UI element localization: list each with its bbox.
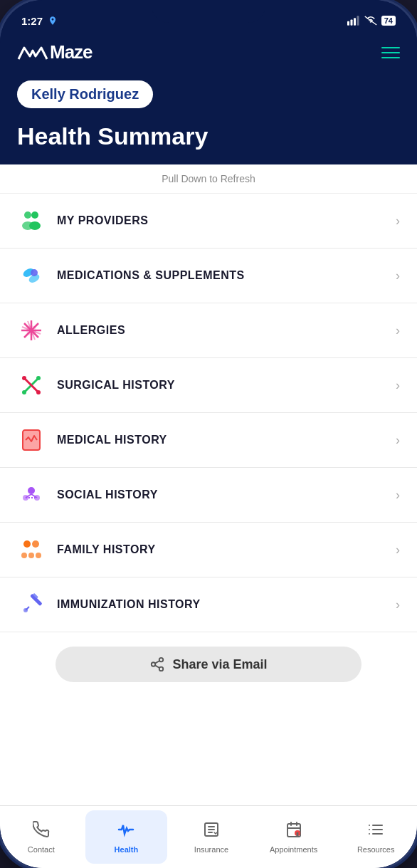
phone-shell: 1:27 74	[0, 0, 417, 868]
svg-point-33	[32, 540, 39, 548]
medical-label: MEDICAL HISTORY	[57, 434, 396, 446]
share-email-button[interactable]: Share via Email	[56, 647, 361, 682]
svg-rect-2	[354, 18, 356, 26]
svg-point-18	[29, 328, 33, 333]
appointments-nav-label: Appointments	[270, 845, 317, 854]
pull-refresh-hint: Pull Down to Refresh	[0, 164, 417, 194]
svg-text:!: !	[297, 832, 298, 837]
medications-chevron: ›	[396, 268, 400, 283]
svg-line-44	[155, 665, 159, 668]
svg-point-5	[31, 211, 38, 219]
immunization-icon	[17, 590, 46, 619]
medical-icon	[17, 426, 46, 454]
edit-square-icon	[203, 821, 220, 842]
user-section: Kelly Rodriguez	[0, 75, 417, 120]
menu-item-surgical[interactable]: SURGICAL HISTORY ›	[0, 358, 417, 413]
social-label: SOCIAL HISTORY	[57, 488, 396, 501]
nav-item-appointments[interactable]: ! Appointments	[253, 806, 335, 868]
phone-icon	[33, 821, 50, 842]
family-label: FAMILY HISTORY	[57, 543, 396, 556]
family-chevron: ›	[396, 543, 400, 558]
svg-point-41	[159, 658, 164, 662]
svg-point-24	[36, 390, 41, 394]
surgical-chevron: ›	[396, 378, 400, 393]
nav-item-resources[interactable]: Resources	[334, 806, 417, 868]
svg-point-4	[24, 211, 31, 219]
medications-icon	[17, 261, 46, 290]
share-section: Share via Email	[0, 632, 417, 694]
svg-point-32	[23, 540, 31, 548]
social-icon	[17, 481, 46, 509]
svg-point-23	[36, 376, 41, 380]
notch	[152, 0, 265, 23]
svg-point-26	[28, 487, 35, 494]
menu-item-medical[interactable]: MEDICAL HISTORY ›	[0, 413, 417, 468]
menu-list: MY PROVIDERS › MEDICATIONS & SUPPLE	[0, 194, 417, 632]
providers-icon	[17, 206, 46, 235]
svg-rect-1	[350, 20, 352, 26]
family-icon	[17, 535, 46, 564]
svg-point-7	[29, 221, 41, 230]
menu-item-immunization[interactable]: IMMUNIZATION HISTORY ›	[0, 577, 417, 632]
svg-point-21	[22, 390, 26, 394]
heartbeat-icon	[117, 821, 134, 842]
svg-point-35	[28, 553, 34, 558]
svg-rect-3	[357, 16, 359, 26]
resources-nav-label: Resources	[357, 845, 395, 854]
battery-display: 74	[381, 16, 396, 26]
surgical-icon	[17, 371, 46, 399]
status-time: 1:27	[21, 15, 58, 27]
providers-label: MY PROVIDERS	[57, 214, 396, 227]
share-label: Share via Email	[172, 657, 267, 672]
immunization-label: IMMUNIZATION HISTORY	[57, 598, 396, 611]
status-indicators: 74	[347, 16, 396, 26]
allergies-label: ALLERGIES	[57, 324, 396, 337]
allergies-chevron: ›	[396, 323, 400, 338]
svg-point-34	[21, 553, 27, 558]
menu-item-social[interactable]: SOCIAL HISTORY ›	[0, 468, 417, 523]
health-nav-label: Health	[115, 845, 139, 854]
medications-label: MEDICATIONS & SUPPLEMENTS	[57, 269, 396, 282]
svg-point-42	[152, 662, 156, 666]
calendar-badge-icon: !	[285, 821, 302, 842]
logo: Maze	[17, 41, 93, 63]
svg-line-45	[155, 661, 159, 664]
providers-chevron: ›	[396, 214, 400, 229]
bottom-nav: Contact Health	[0, 805, 417, 868]
time-display: 1:27	[21, 15, 43, 27]
scrollable-content[interactable]: Pull Down to Refresh MY PROVIDE	[0, 164, 417, 805]
menu-item-medications[interactable]: MEDICATIONS & SUPPLEMENTS ›	[0, 249, 417, 303]
surgical-label: SURGICAL HISTORY	[57, 379, 396, 392]
menu-item-allergies[interactable]: ALLERGIES ›	[0, 303, 417, 358]
page-title-area: Health Summary	[0, 120, 417, 164]
nav-item-health[interactable]: Health	[85, 810, 168, 864]
page-title: Health Summary	[17, 122, 400, 150]
menu-item-providers[interactable]: MY PROVIDERS ›	[0, 194, 417, 249]
svg-point-36	[36, 553, 41, 558]
logo-text: Maze	[50, 41, 93, 63]
social-chevron: ›	[396, 488, 400, 503]
menu-button[interactable]	[381, 47, 400, 58]
content-area: Pull Down to Refresh MY PROVIDE	[0, 164, 417, 868]
menu-item-family[interactable]: FAMILY HISTORY ›	[0, 523, 417, 577]
svg-point-43	[159, 667, 164, 671]
medical-chevron: ›	[396, 433, 400, 448]
user-name: Kelly Rodriguez	[31, 86, 139, 103]
nav-item-contact[interactable]: Contact	[0, 806, 83, 868]
svg-rect-0	[347, 21, 349, 26]
list-icon	[367, 821, 384, 842]
app-header: Maze	[0, 36, 417, 75]
contact-nav-label: Contact	[28, 845, 55, 854]
allergies-icon	[17, 316, 46, 345]
user-pill[interactable]: Kelly Rodriguez	[17, 80, 153, 108]
svg-point-22	[22, 376, 26, 380]
svg-point-10	[31, 269, 38, 276]
insurance-nav-label: Insurance	[194, 845, 228, 854]
nav-item-insurance[interactable]: Insurance	[170, 806, 253, 868]
immunization-chevron: ›	[396, 597, 400, 612]
